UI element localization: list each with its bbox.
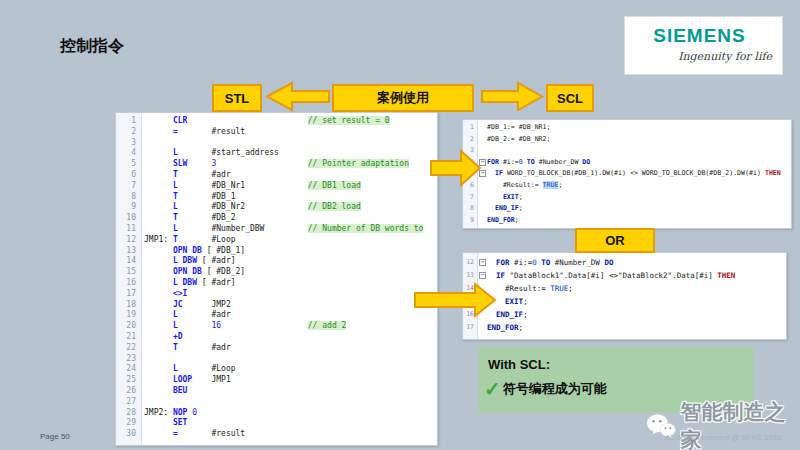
case-usage-box: 案例使用 [332, 84, 474, 112]
siemens-brand-text: SIEMENS [625, 25, 774, 47]
code-line: 6 #Result:= TRUE; [463, 180, 791, 192]
code-line: 3 [116, 138, 437, 149]
siemens-tagline: Ingenuity for life [678, 50, 772, 63]
code-line: 14 L DBW [ #adr] [116, 256, 437, 267]
code-line: 21 +D [116, 332, 437, 343]
copyright-text: All rights reserved @ SFAE 2018 [665, 433, 782, 442]
code-line: 27 [116, 397, 437, 408]
arrow-to-scl1-icon [430, 148, 482, 188]
code-line: 13− IF "DataBlock1".Data[#i] <>"DataBloc… [463, 269, 786, 282]
code-line: 1 CLR // set result = 0 [116, 116, 437, 127]
note-heading: With SCL: [488, 357, 550, 372]
scl-label: SCL [557, 91, 583, 106]
code-line: 5− IF WORD_TO_BLOCK_DB(#DB_1).DW(#i) <> … [463, 168, 791, 180]
code-line: 26 BEU [116, 386, 437, 397]
code-line: 23 [116, 354, 437, 365]
code-line: 13 OPN DB [ #DB_1] [116, 246, 437, 257]
code-line: 7 EXIT; [463, 192, 791, 204]
page-number: Page 50 [40, 432, 70, 441]
code-line: 22 T #adr [116, 343, 437, 354]
code-line: 17END_FOR; [463, 321, 786, 334]
scl-code-panel-1: 1#DB_1:= #DB_NR1;2#DB_2:= #DB_NR2;34−FOR… [462, 119, 792, 229]
code-line: 16 END_IF; [463, 308, 786, 321]
code-line: 5 SLW 3 // Pointer adaptation [116, 159, 437, 170]
code-line: 9END_FOR; [463, 215, 791, 227]
code-line: 8 T #DB_1 [116, 192, 437, 203]
checkmark-icon: ✓ [484, 379, 501, 399]
code-line: 15 OPN DB [ #DB_2] [116, 267, 437, 278]
scl-label-box: SCL [546, 84, 594, 112]
or-box: OR [575, 228, 655, 253]
code-line: 14 #Result:= TRUE; [463, 282, 786, 295]
code-line: 30 = #result [116, 429, 437, 440]
code-line: 19 L #adr [116, 310, 437, 321]
code-line: 4 L #start_address [116, 148, 437, 159]
code-line: 12JMP1: T #Loop [116, 235, 437, 246]
page-title: 控制指令 [60, 36, 124, 57]
code-line: 12− FOR #i:=0 TO #Number_DW DO [463, 256, 786, 269]
code-line: 2#DB_2:= #DB_NR2; [463, 134, 791, 146]
scl-code-panel-2: 12− FOR #i:=0 TO #Number_DW DO13− IF "Da… [462, 252, 787, 340]
code-line: 17 <>I [116, 289, 437, 300]
or-label: OR [605, 233, 625, 248]
code-line: 3 [463, 145, 791, 157]
code-line: 20 L 16 // add 2 [116, 321, 437, 332]
code-line: 9 L #DB_Nr2 // DB2 load [116, 202, 437, 213]
stl-code-panel: 1 CLR // set result = 02 = #result34 L #… [115, 112, 438, 446]
slide: 控制指令 SIEMENS Ingenuity for life STL 案例使用… [0, 0, 800, 450]
case-usage-label: 案例使用 [377, 89, 429, 107]
code-line: 25 LOOP JMP1 [116, 375, 437, 386]
code-line: 11 L #Number_DBW // Number of DB words t… [116, 224, 437, 235]
siemens-logo: SIEMENS Ingenuity for life [625, 17, 782, 74]
code-line: 4−FOR #i:=0 TO #Number_DW DO [463, 157, 791, 169]
code-line: 6 T #adr [116, 170, 437, 181]
code-line: 2 = #result [116, 127, 437, 138]
code-line: 16 L DBW [ #adr] [116, 278, 437, 289]
code-line: 18 JC JMP2 [116, 300, 437, 311]
watermark-text: 智能制造之家 [680, 398, 800, 450]
code-line: 24 L #Loop [116, 364, 437, 375]
fold-collapse-icon[interactable]: − [479, 259, 486, 266]
stl-label-box: STL [212, 84, 262, 112]
code-line: 1#DB_1:= #DB_NR1; [463, 122, 791, 134]
code-line: 28JMP2: NOP 0 [116, 408, 437, 419]
arrow-to-scl2-icon [413, 281, 497, 319]
code-line: 7 L #DB_Nr1 // DB1 load [116, 181, 437, 192]
code-line: 8 END_IF; [463, 203, 791, 215]
code-line: 10 T #DB_2 [116, 213, 437, 224]
code-line: 29 SET [116, 418, 437, 429]
arrow-left-icon [265, 81, 331, 112]
stl-label: STL [225, 91, 250, 106]
watermark: 智能制造之家 [646, 398, 800, 450]
arrow-right-icon [480, 81, 544, 112]
note-text: 符号编程成为可能 [503, 380, 607, 398]
code-line: 15 EXIT; [463, 295, 786, 308]
fold-collapse-icon[interactable]: − [479, 272, 486, 279]
